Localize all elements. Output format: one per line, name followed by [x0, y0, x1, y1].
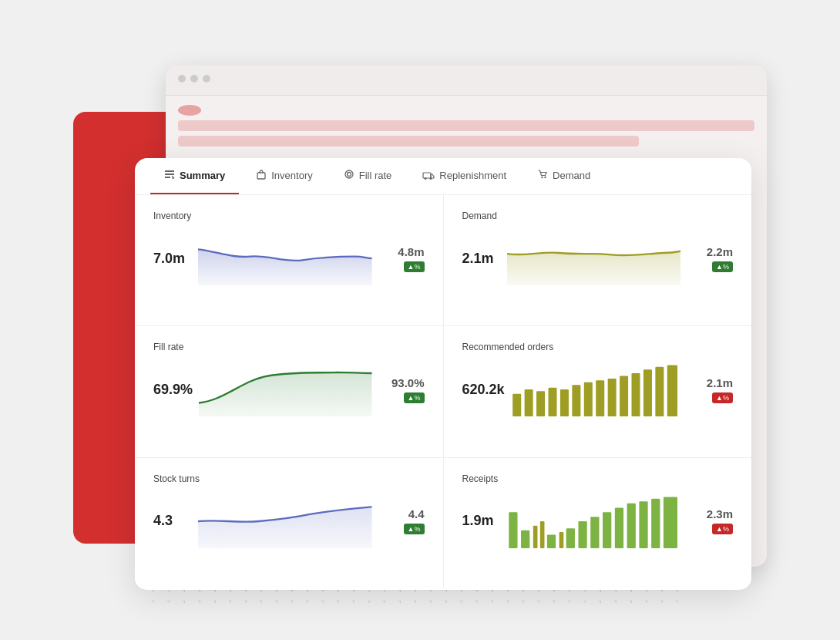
svg-point-6	[345, 170, 353, 178]
metric-end-fillrate: 93.0% ▲%	[378, 376, 425, 403]
summary-icon	[164, 169, 175, 182]
svg-rect-20	[596, 381, 604, 417]
tab-fillrate-label: Fill rate	[359, 170, 392, 181]
svg-point-11	[541, 177, 543, 178]
metric-card-fillrate: Fill rate 69.9%	[135, 326, 443, 456]
metric-endval-receipts: 2.3m	[707, 507, 733, 520]
svg-rect-35	[590, 517, 599, 548]
svg-rect-19	[583, 382, 592, 416]
fillrate-icon	[344, 169, 354, 182]
metric-chart-area-inventory: 7.0m	[153, 227, 425, 289]
svg-rect-26	[667, 365, 677, 417]
metric-chart-area-stock-turns: 4.3	[153, 490, 425, 552]
metric-chart-area-receipts: 1.9m	[462, 490, 734, 552]
metric-card-inventory: Inventory 7.0m	[135, 195, 443, 325]
svg-rect-14	[524, 389, 533, 416]
svg-rect-21	[607, 379, 616, 416]
svg-rect-15	[536, 392, 545, 417]
svg-rect-22	[620, 376, 628, 417]
tab-demand[interactable]: Demand	[523, 158, 604, 194]
svg-rect-34	[578, 521, 586, 548]
browser-dots	[178, 75, 754, 83]
browser-row-2	[178, 120, 754, 131]
svg-point-12	[544, 177, 546, 178]
tab-summary[interactable]: Summary	[150, 158, 239, 194]
svg-rect-39	[639, 501, 647, 548]
svg-rect-23	[631, 373, 640, 416]
tab-replenishment-label: Replenishment	[439, 170, 506, 181]
replenishment-icon	[422, 170, 435, 182]
svg-rect-30	[539, 521, 544, 548]
badge-stock-turns: ▲%	[404, 524, 425, 534]
svg-rect-16	[548, 388, 556, 416]
metric-card-receipts: Receipts 1.9m	[444, 458, 752, 588]
metric-label-demand: Demand	[462, 211, 734, 221]
badge-fillrate: ▲%	[404, 392, 425, 403]
tab-fillrate[interactable]: Fill rate	[330, 158, 406, 194]
demand-icon	[537, 169, 548, 182]
tab-replenishment[interactable]: Replenishment	[408, 159, 520, 194]
metric-label-recommended-orders: Recommended orders	[462, 342, 734, 352]
metric-start-recommended-orders: 620.2k	[462, 382, 505, 398]
dashboard-content: Inventory 7.0m	[135, 195, 751, 588]
metric-start-stock-turns: 4.3	[153, 513, 192, 529]
svg-rect-27	[509, 512, 517, 548]
svg-rect-36	[603, 512, 611, 548]
svg-rect-13	[512, 394, 521, 416]
tab-navigation: Summary Inventory Fill r	[135, 158, 751, 195]
metric-end-receipts: 2.3m ▲%	[687, 507, 733, 534]
metric-end-demand: 2.2m ▲%	[687, 245, 733, 272]
dot-1	[178, 75, 186, 83]
svg-rect-41	[663, 497, 677, 548]
metric-label-receipts: Receipts	[462, 473, 734, 484]
svg-rect-38	[627, 503, 635, 547]
metric-label-stock-turns: Stock turns	[153, 473, 425, 484]
metric-label-inventory: Inventory	[153, 211, 425, 221]
chart-receipts	[507, 494, 681, 548]
metric-start-inventory: 7.0m	[153, 251, 192, 267]
browser-row-3	[178, 136, 639, 147]
badge-inventory: ▲%	[404, 261, 425, 272]
svg-rect-8	[423, 173, 431, 178]
svg-rect-5	[257, 173, 265, 179]
main-dashboard-card: Summary Inventory Fill r	[135, 158, 751, 590]
metric-label-fillrate: Fill rate	[153, 342, 425, 352]
svg-rect-40	[651, 498, 660, 547]
svg-rect-29	[533, 525, 537, 547]
badge-receipts: ▲%	[712, 524, 733, 534]
metric-start-receipts: 1.9m	[462, 513, 501, 529]
metric-end-inventory: 4.8m ▲%	[378, 245, 425, 272]
metric-endval-stock-turns: 4.4	[408, 507, 425, 520]
metric-card-stock-turns: Stock turns 4.3	[135, 458, 443, 588]
metric-card-recommended-orders: Recommended orders 620.2k	[444, 326, 752, 456]
svg-rect-32	[559, 532, 563, 548]
metric-end-stock-turns: 4.4 ▲%	[378, 507, 425, 534]
metric-endval-recommended-orders: 2.1m	[707, 376, 733, 389]
svg-point-9	[425, 177, 427, 180]
metric-card-demand: Demand 2.1m	[444, 195, 752, 325]
metric-start-demand: 2.1m	[462, 251, 501, 267]
svg-rect-25	[655, 367, 664, 416]
chart-stock-turns	[198, 494, 372, 548]
browser-row-1	[178, 105, 201, 116]
svg-point-10	[430, 177, 432, 180]
metrics-grid: Inventory 7.0m	[135, 195, 751, 588]
badge-demand: ▲%	[712, 261, 733, 272]
svg-rect-18	[572, 385, 580, 416]
tab-summary-label: Summary	[180, 170, 225, 181]
card-stack: N ETSTOCK Summary	[73, 50, 767, 590]
svg-rect-28	[521, 530, 529, 547]
svg-rect-24	[643, 370, 652, 417]
chart-inventory	[198, 231, 372, 285]
metric-end-recommended-orders: 2.1m ▲%	[687, 376, 733, 403]
tab-demand-label: Demand	[553, 170, 590, 181]
chart-fillrate	[199, 362, 371, 416]
tab-inventory[interactable]: Inventory	[242, 158, 326, 194]
browser-placeholder-rows	[166, 96, 767, 156]
svg-rect-17	[559, 389, 568, 416]
svg-point-7	[347, 173, 351, 177]
browser-chrome	[166, 66, 767, 96]
svg-rect-37	[614, 507, 623, 548]
dot-3	[203, 75, 210, 83]
metric-chart-area-fillrate: 69.9%	[153, 359, 425, 420]
